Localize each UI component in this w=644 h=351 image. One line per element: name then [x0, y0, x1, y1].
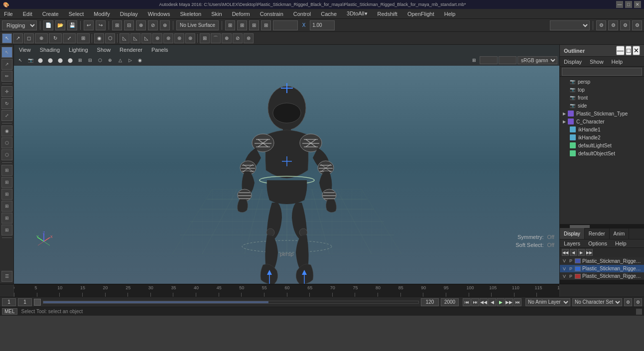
coord-y-input[interactable] [310, 20, 335, 30]
vp-coord-y[interactable]: 1.00 [499, 56, 516, 64]
layer-row-3[interactable]: V P Plastic_Stickman_Rigged_Ba [560, 272, 644, 280]
tb-render2[interactable]: ⚙ [608, 20, 618, 30]
left-tool-6[interactable]: ⬡ [1, 137, 12, 148]
tool-lasso[interactable]: ↗ [13, 33, 23, 43]
expand-plastic-type[interactable]: ▶ [562, 111, 567, 116]
left-select-tool[interactable]: ↖ [1, 47, 12, 58]
tb-render4[interactable]: ⚙ [632, 20, 642, 30]
vp-tb-4[interactable]: ⬤ [66, 56, 75, 65]
left-tool-5[interactable]: ◉ [1, 125, 12, 136]
menu-skin[interactable]: Skin [209, 10, 224, 18]
vp-coord-x[interactable]: 0.00 [480, 56, 498, 64]
vp-tb-5[interactable]: ⊞ [76, 56, 85, 65]
tool-ik1[interactable]: ◺ [120, 33, 129, 43]
vp-menu-shading[interactable]: Shading [38, 46, 62, 54]
minimize-button[interactable]: — [616, 1, 623, 8]
viewport[interactable]: View Shading Lighting Show Renderer Pane… [14, 45, 559, 284]
range-end-input[interactable]: 1 [421, 298, 439, 306]
menu-help[interactable]: Help [442, 10, 458, 18]
left-tool-10[interactable]: ⊞ [1, 189, 12, 200]
menu-constrain[interactable]: Constrain [258, 10, 285, 18]
tb-extra1[interactable]: ⊞ [225, 20, 235, 30]
menu-modify[interactable]: Modify [92, 10, 112, 18]
range-slider-thumb[interactable] [34, 299, 41, 306]
layers-next-btn[interactable]: ▶ [578, 249, 585, 256]
left-move-tool[interactable]: ✛ [1, 86, 12, 97]
outliner-menu-help[interactable]: Help [610, 58, 625, 66]
vp-tb-select[interactable]: ↖ [16, 56, 25, 65]
tree-item-c-character[interactable]: ▶ C_Character [560, 117, 644, 125]
vp-menu-show[interactable]: Show [95, 46, 113, 54]
tb-undo[interactable]: ↩ [84, 20, 94, 30]
tool-ik3[interactable]: ◺ [141, 33, 151, 43]
vp-tb-resolution[interactable]: ⊞ [470, 56, 479, 65]
tool-ik2[interactable]: ◺ [130, 33, 140, 43]
menu-cache[interactable]: Cache [319, 10, 339, 18]
tool-snap-view[interactable]: ⊘ [233, 33, 243, 43]
tool-ik7[interactable]: ⊛ [185, 33, 195, 43]
menu-redshift[interactable]: Redshift [376, 10, 399, 18]
tree-item-ikhandle2[interactable]: ikHandle2 [560, 133, 644, 141]
playback-step-back[interactable]: ◀◀ [480, 298, 488, 306]
mel-python-toggle[interactable]: MEL [2, 308, 17, 315]
tab-display[interactable]: Display [560, 228, 585, 239]
timeline-range-bar[interactable] [43, 301, 419, 304]
tb-snap1[interactable]: ⊞ [112, 20, 122, 30]
menu-windows[interactable]: Windows [146, 10, 172, 18]
tab-render[interactable]: Render [585, 228, 610, 239]
tb-snap3[interactable]: ⊕ [136, 20, 146, 30]
expand-c-character[interactable]: ▶ [562, 119, 567, 124]
anim-settings-icon[interactable]: ⚙ [624, 298, 632, 306]
tb-snap2[interactable]: ⊟ [124, 20, 134, 30]
outliner-maximize[interactable]: □ [626, 46, 632, 55]
tb-save[interactable]: 💾 [67, 20, 77, 30]
menu-file[interactable]: File [2, 10, 15, 18]
left-lasso-tool[interactable]: ↗ [1, 59, 12, 70]
menu-create[interactable]: Create [40, 10, 61, 18]
tool-ik6[interactable]: ⊛ [174, 33, 184, 43]
gamma-selector[interactable]: sRGB gamma [550, 20, 590, 30]
playback-play[interactable]: ▶ [497, 298, 505, 306]
tree-item-top[interactable]: 📷 top [560, 86, 644, 94]
tree-item-ikhandle1[interactable]: ikHandle1 [560, 125, 644, 133]
tool-scale[interactable]: ⤢ [63, 33, 76, 43]
tree-item-plastic-type[interactable]: ▶ Plastic_Stickman_Type [560, 110, 644, 117]
layer-row-1[interactable]: V P Plastic_Stickman_Rigged_Bla [560, 257, 644, 265]
layers-scroll-right-btn[interactable]: ▶▶ [586, 249, 593, 256]
maximize-button[interactable]: □ [625, 1, 632, 8]
tree-item-lightset[interactable]: defaultLightSet [560, 141, 644, 149]
outliner-close[interactable]: ✕ [633, 46, 640, 55]
tool-ik4[interactable]: ⊛ [152, 33, 162, 43]
tool-move[interactable]: ⊕ [35, 33, 48, 43]
tb-render3[interactable]: ⚙ [620, 20, 630, 30]
tool-snap-live[interactable]: ⊛ [244, 33, 254, 43]
left-tool-13[interactable]: ⊞ [1, 225, 12, 235]
tree-item-persp[interactable]: 📷 persp [560, 78, 644, 86]
current-frame-input-left[interactable]: 1 [2, 298, 16, 306]
outliner-minimize[interactable]: — [616, 46, 625, 55]
left-tool-11[interactable]: ⊞ [1, 201, 12, 212]
playback-back[interactable]: ◀ [488, 298, 496, 306]
current-frame-display[interactable] [18, 298, 32, 306]
close-button[interactable]: ✕ [634, 1, 641, 8]
menu-control[interactable]: Control [291, 10, 313, 18]
tb-live-surface[interactable]: No Live Surface [176, 20, 219, 30]
tb-redo[interactable]: ↪ [96, 20, 106, 30]
vp-gamma-dropdown[interactable]: sRGB gamma [517, 56, 557, 64]
vp-tb-8[interactable]: ⊕ [106, 56, 115, 65]
end-frame-input[interactable] [441, 298, 459, 306]
menu-openflight[interactable]: OpenFlight [405, 10, 436, 18]
menu-select[interactable]: Select [67, 10, 86, 18]
coord-x-input[interactable] [273, 20, 298, 30]
tool-rotate[interactable]: ↻ [49, 33, 62, 43]
left-tool-8[interactable]: ⊞ [1, 165, 12, 176]
outliner-search-input[interactable] [562, 68, 642, 76]
tool-select[interactable]: ↖ [2, 33, 12, 43]
layers-menu-layers[interactable]: Layers [562, 239, 582, 247]
tb-extra4[interactable]: ⊞ [261, 20, 271, 30]
left-tool-7[interactable]: ⬡ [1, 149, 12, 160]
mode-selector[interactable]: Rigging [2, 20, 37, 30]
tab-anim[interactable]: Anim [610, 228, 630, 239]
tool-snap-point[interactable]: ⊕ [222, 33, 232, 43]
vp-tb-10[interactable]: ▷ [126, 56, 134, 65]
